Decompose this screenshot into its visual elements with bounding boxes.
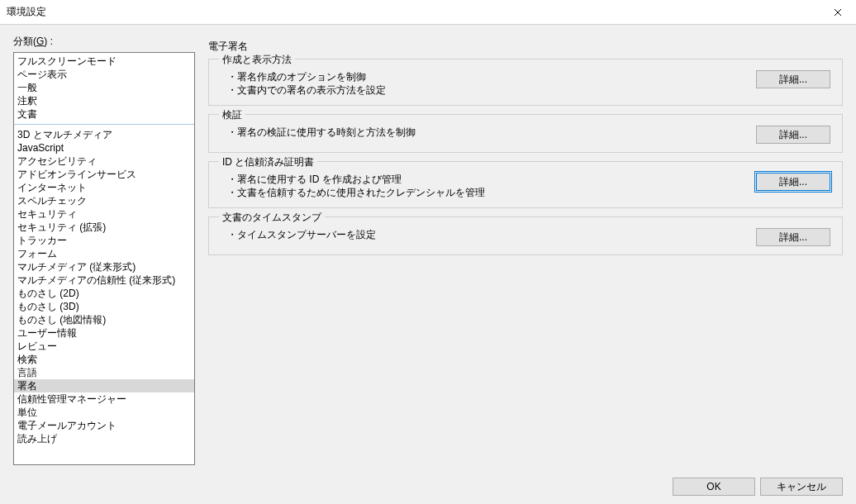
group-description: タイムスタンプサーバーを設定 bbox=[227, 228, 756, 241]
detail-button[interactable]: 詳細... bbox=[756, 70, 830, 88]
bullet-text: タイムスタンプサーバーを設定 bbox=[227, 228, 756, 241]
category-item[interactable]: 文書 bbox=[14, 107, 194, 121]
settings-group: 検証署名の検証に使用する時刻と方法を制御詳細... bbox=[208, 114, 843, 153]
close-icon bbox=[834, 8, 842, 17]
bullet-text: 署名作成のオプションを制御 bbox=[227, 70, 756, 83]
category-listbox[interactable]: フルスクリーンモードページ表示一般注釈文書3D とマルチメディアJavaScri… bbox=[13, 52, 195, 465]
pane-title: 電子署名 bbox=[208, 40, 843, 54]
bullet-text: 文書内での署名の表示方法を設定 bbox=[227, 83, 756, 97]
settings-group: ID と信頼済み証明書署名に使用する ID を作成および管理文書を信頼するために… bbox=[208, 161, 843, 208]
group-description: 署名に使用する ID を作成および管理文書を信頼するために使用されたクレデンシャ… bbox=[227, 173, 756, 199]
category-item[interactable]: 注釈 bbox=[14, 94, 194, 107]
category-item[interactable]: 検索 bbox=[14, 353, 194, 366]
category-item[interactable]: アドビオンラインサービス bbox=[14, 168, 194, 181]
category-item[interactable]: レビュー bbox=[14, 340, 194, 353]
category-label: 分類(G) : bbox=[13, 35, 195, 49]
category-item[interactable]: 言語 bbox=[14, 366, 194, 379]
dialog-footer: OK キャンセル bbox=[13, 478, 843, 496]
category-item[interactable]: 読み上げ bbox=[14, 432, 194, 445]
bullet-text: 署名に使用する ID を作成および管理 bbox=[227, 173, 756, 186]
group-legend: 作成と表示方法 bbox=[219, 53, 295, 67]
category-item[interactable]: セキュリティ bbox=[14, 207, 194, 221]
category-item[interactable]: 署名 bbox=[14, 379, 194, 392]
ok-button[interactable]: OK bbox=[673, 478, 755, 496]
settings-group: 文書のタイムスタンプタイムスタンプサーバーを設定詳細... bbox=[208, 216, 843, 255]
category-item[interactable]: ものさし (3D) bbox=[14, 300, 194, 313]
category-item[interactable]: トラッカー bbox=[14, 234, 194, 247]
category-separator bbox=[14, 124, 194, 125]
window-title: 環境設定 bbox=[7, 5, 46, 19]
category-item[interactable]: 3D とマルチメディア bbox=[14, 128, 194, 141]
category-item[interactable]: ページ表示 bbox=[14, 68, 194, 81]
group-description: 署名の検証に使用する時刻と方法を制御 bbox=[227, 126, 756, 139]
category-item[interactable]: 電子メールアカウント bbox=[14, 419, 194, 432]
category-item[interactable]: ユーザー情報 bbox=[14, 326, 194, 340]
detail-button[interactable]: 詳細... bbox=[756, 126, 830, 144]
category-item[interactable]: アクセシビリティ bbox=[14, 155, 194, 168]
bullet-text: 署名の検証に使用する時刻と方法を制御 bbox=[227, 126, 756, 139]
category-item[interactable]: スペルチェック bbox=[14, 194, 194, 207]
detail-button[interactable]: 詳細... bbox=[756, 228, 830, 246]
close-button[interactable] bbox=[819, 0, 856, 25]
category-item[interactable]: インターネット bbox=[14, 181, 194, 194]
category-item[interactable]: 単位 bbox=[14, 406, 194, 419]
category-column: 分類(G) : フルスクリーンモードページ表示一般注釈文書3D とマルチメディア… bbox=[13, 35, 195, 473]
bullet-text: 文書を信頼するために使用されたクレデンシャルを管理 bbox=[227, 186, 756, 199]
group-legend: 文書のタイムスタンプ bbox=[219, 211, 325, 225]
cancel-button[interactable]: キャンセル bbox=[760, 478, 843, 496]
category-item[interactable]: セキュリティ (拡張) bbox=[14, 221, 194, 234]
category-item[interactable]: フォーム bbox=[14, 247, 194, 260]
category-item[interactable]: JavaScript bbox=[14, 141, 194, 155]
category-item[interactable]: 一般 bbox=[14, 81, 194, 94]
titlebar: 環境設定 bbox=[0, 0, 856, 25]
category-item[interactable]: ものさし (地図情報) bbox=[14, 313, 194, 326]
settings-pane: 電子署名 作成と表示方法署名作成のオプションを制御文書内での署名の表示方法を設定… bbox=[208, 35, 843, 473]
settings-group: 作成と表示方法署名作成のオプションを制御文書内での署名の表示方法を設定詳細... bbox=[208, 59, 843, 106]
category-item[interactable]: マルチメディア (従来形式) bbox=[14, 260, 194, 273]
category-item[interactable]: フルスクリーンモード bbox=[14, 55, 194, 68]
category-item[interactable]: マルチメディアの信頼性 (従来形式) bbox=[14, 273, 194, 287]
group-description: 署名作成のオプションを制御文書内での署名の表示方法を設定 bbox=[227, 70, 756, 97]
category-item[interactable]: 信頼性管理マネージャー bbox=[14, 392, 194, 406]
category-item[interactable]: ものさし (2D) bbox=[14, 287, 194, 300]
group-legend: 検証 bbox=[219, 108, 245, 122]
detail-button[interactable]: 詳細... bbox=[756, 173, 830, 191]
group-legend: ID と信頼済み証明書 bbox=[219, 155, 317, 169]
